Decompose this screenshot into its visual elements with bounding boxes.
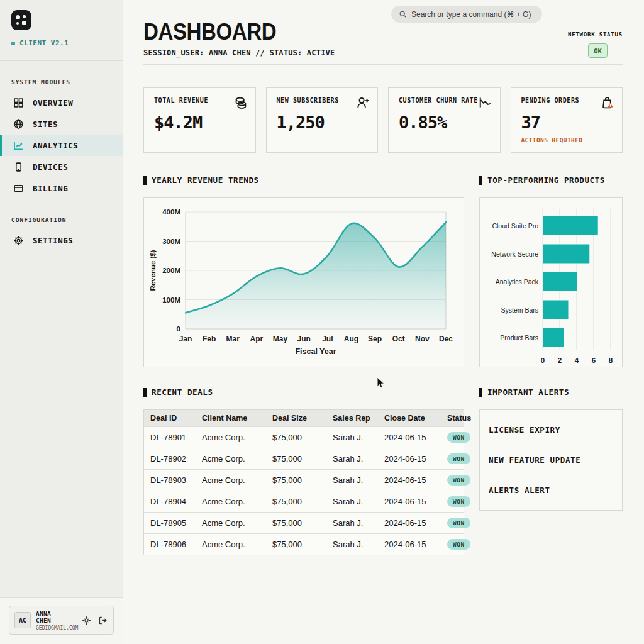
alert-item[interactable]: NEW FEATURE UPDATE: [489, 445, 613, 475]
table-cell: DL-78906: [144, 535, 196, 554]
svg-text:Nov: Nov: [415, 335, 430, 343]
kpi-label: PENDING ORDERS: [521, 97, 614, 104]
svg-text:System Bars: System Bars: [501, 306, 538, 314]
kpi-label: TOTAL REVENUE: [154, 97, 247, 104]
divider: [143, 64, 623, 65]
svg-text:Jul: Jul: [322, 335, 333, 343]
user-card[interactable]: AC ANNA CHEN GEDIQGMAIL.COM: [9, 606, 114, 635]
svg-text:Analytics Pack: Analytics Pack: [496, 278, 539, 286]
status-badge: WON: [447, 432, 470, 443]
section-title: YEARLY REVENUE TRENDS: [152, 175, 259, 185]
page-title: DASHBOARD: [143, 0, 584, 43]
globe-icon: [13, 119, 24, 130]
sidebar-item-label: OVERVIEW: [33, 98, 73, 108]
user-email: GEDIQGMAIL.COM: [36, 625, 70, 631]
table-cell: Sarah J.: [326, 470, 378, 490]
user-plus-icon: [356, 96, 370, 109]
user-name: ANNA CHEN: [36, 610, 70, 624]
sidebar-item-sites[interactable]: SITES: [0, 113, 123, 135]
svg-text:6: 6: [592, 357, 596, 364]
avatar: AC: [14, 612, 31, 628]
sidebar-item-devices[interactable]: DEVICES: [0, 156, 123, 177]
section-title: IMPORTANT ALERTS: [487, 387, 569, 397]
app-logo-icon[interactable]: [11, 10, 31, 30]
status-badge: WON: [447, 518, 470, 528]
table-cell: DL-78905: [144, 513, 196, 533]
table-row[interactable]: DL-78906Acme Corp.$75,000Sarah J.2024-06…: [144, 533, 464, 555]
sidebar-item-overview[interactable]: OVERVIEW: [0, 92, 123, 113]
table-cell: Acme Corp.: [196, 492, 266, 511]
sidebar-item-analytics[interactable]: ANALYTICS: [0, 135, 123, 156]
sidebar-item-label: SETTINGS: [33, 236, 73, 245]
kpi-card-total-revenue: TOTAL REVENUE$4.2M: [143, 87, 256, 153]
svg-text:Aug: Aug: [344, 335, 358, 343]
svg-text:400M: 400M: [162, 208, 180, 216]
alert-item[interactable]: ALERTS ALERT: [489, 475, 613, 505]
table-cell: 2024-06-15: [378, 513, 441, 533]
svg-text:Jan: Jan: [179, 335, 192, 343]
table-cell: $75,000: [266, 449, 326, 469]
table-cell: $75,000: [266, 535, 326, 554]
table-cell: Acme Corp.: [196, 513, 266, 533]
svg-text:0: 0: [177, 325, 180, 333]
logout-icon[interactable]: [97, 616, 108, 625]
table-cell: $75,000: [266, 492, 326, 511]
sidebar-footer: AC ANNA CHEN GEDIQGMAIL.COM: [0, 597, 123, 644]
app-window: CLIENT_V2.1 SYSTEM MODULESOVERVIEWSITESA…: [0, 0, 644, 644]
status-badge: WON: [447, 453, 470, 464]
coins-icon: [234, 96, 248, 109]
section-title: TOP-PERFORMING PRODUCTS: [487, 175, 605, 185]
svg-text:8: 8: [609, 357, 613, 364]
table-cell: $75,000: [266, 428, 326, 447]
section-bar-icon: [143, 388, 147, 397]
sidebar-item-label: ANALYTICS: [33, 141, 78, 150]
credit-card-icon: [13, 183, 24, 194]
column-header: Close Date: [378, 410, 441, 426]
svg-text:0: 0: [541, 357, 545, 364]
column-header: Sales Rep: [326, 410, 378, 426]
alerts-section: IMPORTANT ALERTS LICENSE EXPIRYNEW FEATU…: [479, 389, 623, 555]
svg-text:2: 2: [558, 357, 562, 364]
column-header: Deal ID: [144, 410, 196, 426]
table-row[interactable]: DL-78904Acme Corp.$75,000Sarah J.2024-06…: [144, 491, 464, 512]
table-row[interactable]: DL-78903Acme Corp.$75,000Sarah J.2024-06…: [144, 469, 464, 491]
svg-text:300M: 300M: [162, 238, 180, 245]
network-status-badge: OK: [588, 43, 608, 58]
table-cell: 2024-06-15: [378, 492, 441, 511]
svg-text:100M: 100M: [162, 296, 180, 304]
bag-alert-icon: [601, 96, 614, 109]
svg-text:Dec: Dec: [439, 335, 453, 343]
main-content: Search or type a command (⌘ + G) NETWORK…: [123, 0, 644, 644]
column-header: Client Name: [196, 410, 266, 426]
divider: [75, 612, 75, 628]
products-bar-chart: 02468Cloud Suite ProNetwork SecureAnalyt…: [479, 197, 623, 367]
table-cell: 2024-06-15: [378, 470, 441, 490]
trend-chart-icon: [13, 140, 24, 151]
kpi-card-pending-orders: PENDING ORDERS37ACTIONS_REQUIRED: [511, 87, 623, 153]
sidebar-item-billing[interactable]: BILLING: [0, 177, 123, 199]
table-cell: DL-78903: [144, 470, 196, 490]
sidebar-section-label: SYSTEM MODULES: [0, 79, 123, 86]
revenue-trends-section: YEARLY REVENUE TRENDS 0100M200M300M400MJ…: [143, 177, 464, 367]
svg-text:Product Bars: Product Bars: [500, 334, 538, 341]
sidebar-item-label: DEVICES: [33, 162, 68, 172]
section-bar-icon: [479, 176, 482, 185]
theme-toggle-sun-icon[interactable]: [80, 616, 92, 625]
table-row[interactable]: DL-78902Acme Corp.$75,000Sarah J.2024-06…: [144, 448, 464, 469]
svg-text:Mar: Mar: [226, 335, 240, 343]
status-cell: WON: [441, 448, 477, 469]
kpi-value: 0.85%: [399, 113, 491, 132]
table-row[interactable]: DL-78905Acme Corp.$75,000Sarah J.2024-06…: [144, 512, 464, 533]
status-cell: WON: [441, 470, 477, 491]
smartphone-icon: [13, 162, 24, 172]
table-cell: 2024-06-15: [378, 428, 441, 447]
kpi-label: NEW SUBSCRIBERS: [277, 97, 369, 104]
sidebar-section-label: CONFIGURATION: [0, 216, 123, 223]
section-title: RECENT DEALS: [152, 387, 213, 397]
sidebar-item-label: BILLING: [33, 184, 68, 193]
kpi-cards: TOTAL REVENUE$4.2MNEW SUBSCRIBERS1,250CU…: [143, 87, 623, 153]
sidebar-item-settings[interactable]: SETTINGS: [0, 230, 123, 251]
table-cell: Acme Corp.: [196, 470, 266, 490]
table-row[interactable]: DL-78901Acme Corp.$75,000Sarah J.2024-06…: [144, 426, 464, 448]
alert-item[interactable]: LICENSE EXPIRY: [489, 415, 613, 445]
